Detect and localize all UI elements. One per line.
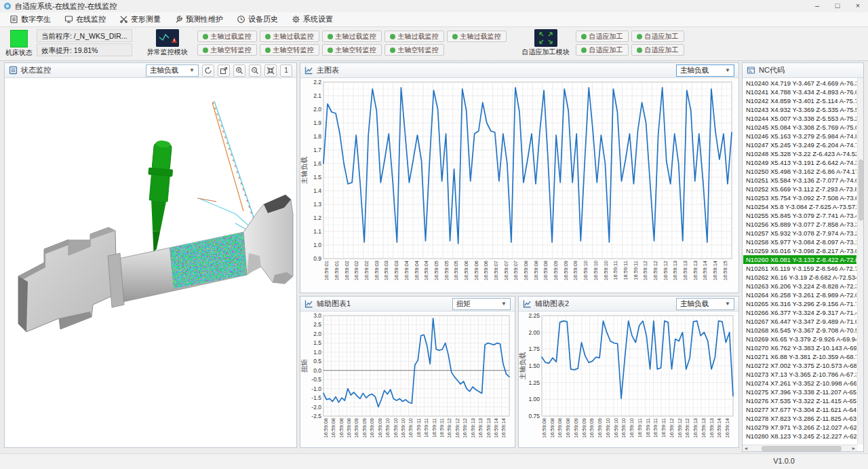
minimize-button[interactable]: – [807,0,827,12]
menu-online-monitoring[interactable]: 在线监控 [58,13,113,26]
idle-monitor-button[interactable]: 主轴空转监控 [260,44,319,56]
anomaly-module[interactable]: 异常监控模块 [143,29,192,57]
nc-code-line[interactable]: N10265 X6.316 Y-3.296 Z-9.156 A-71.771 [743,299,856,308]
nc-code-line[interactable]: N10254 X5.8 Y-3.084 Z-7.625 A-73.571 C [743,202,856,211]
pan-view-button[interactable] [218,64,230,77]
svg-text:16:59:10: 16:59:10 [583,261,589,280]
adaptive-machining-button[interactable]: 自适应加工 [576,44,629,56]
nc-code-list[interactable]: N10240 X4.719 Y-3.467 Z-4.669 A-76.396N1… [743,78,863,451]
nc-vertical-scrollbar[interactable] [857,78,863,445]
anomaly-module-label: 异常监控模块 [143,48,192,57]
nc-code-line[interactable]: N10280 X8.123 Y-3.245 Z-12.227 A-62.23 [743,432,856,440]
nc-code-line[interactable]: N10242 X4.859 Y-3.401 Z-5.114 A-75.775 [743,96,856,105]
maximize-button[interactable]: □ [827,0,848,12]
nc-code-line[interactable]: N10240 X4.719 Y-3.467 Z-4.669 A-76.396 [743,79,856,88]
nc-code-line[interactable]: N10274 X7.261 Y-3.352 Z-10.998 A-66.67 [743,379,856,388]
svg-text:1.7: 1.7 [313,147,321,153]
menu-deformation-measure[interactable]: 变形测量 [113,13,167,26]
idle-monitor-button[interactable]: 主轴空转监控 [197,44,257,56]
nc-horizontal-scrollbar[interactable]: ◄► [743,445,857,451]
nc-code-line[interactable]: N10268 X6.545 Y-3.367 Z-9.708 A-70.519 [743,326,856,335]
svg-text:16:59:11: 16:59:11 [652,418,658,438]
nc-code-line[interactable]: N10271 X6.88 Y-3.381 Z-10.359 A-68.711 [743,352,856,361]
nc-code-line[interactable]: N10255 X5.845 Y-3.079 Z-7.741 A-73.458 [743,211,856,220]
overload-monitor-button[interactable]: 主轴过载监控 [322,31,382,42]
scroll-thumb[interactable] [762,446,842,451]
overload-monitor-button[interactable]: 主轴过载监控 [260,31,319,42]
rotate-view-button[interactable] [202,64,214,77]
overload-monitor-button[interactable]: 主轴过载监控 [197,31,257,42]
nc-code-line[interactable]: N10241 X4.788 Y-3.434 Z-4.893 A-76.062 [743,88,856,96]
nc-code-line[interactable]: N10253 X5.754 Y-3.092 Z-7.508 A-73.677 [743,193,856,202]
nc-code-line[interactable]: N10256 X5.889 Y-3.077 Z-7.858 A-73.348 [743,220,856,229]
zoom-out-button[interactable] [249,64,261,77]
nc-code-line[interactable]: N10276 X7.535 Y-3.322 Z-11.415 A-65.22 [743,396,856,405]
adaptive-module[interactable]: 自适应加工模块 [521,29,570,57]
nc-code-line[interactable]: N10245 X5.084 Y-3.308 Z-5.769 A-75.088 [743,123,856,132]
scroll-thumb[interactable] [859,160,863,221]
fit-view-button[interactable] [264,64,277,77]
nc-code-line[interactable]: N10251 X5.584 Y-3.136 Z-7.077 A-74.012 [743,176,856,185]
close-button[interactable]: × [848,0,868,12]
main-chart-signal-select[interactable]: 主轴负载▼ [676,64,734,77]
anomaly-module-icon [156,29,179,47]
svg-text:16:59:10: 16:59:10 [629,418,635,438]
adaptive-machining-button[interactable]: 自适应加工 [631,31,684,42]
nc-code-line[interactable]: N10269 X6.65 Y-3.379 Z-9.926 A-69.947 C [743,335,856,343]
nc-code-line[interactable]: N10277 X7.677 Y-3.304 Z-11.621 A-64.48 [743,405,856,414]
nc-code-line[interactable]: N10258 X5.977 Y-3.084 Z-8.097 A-73.138 [743,238,856,246]
scroll-left-arrow[interactable]: ◄ [743,446,749,451]
aux-chart1-signal-select[interactable]: 扭矩▼ [452,298,511,310]
svg-text:16:59:11: 16:59:11 [612,261,618,280]
nc-code-line[interactable]: N10246 X5.163 Y-3.279 Z-5.984 A-74.892 [743,132,856,140]
adaptive-machining-button[interactable]: 自适应加工 [576,31,629,42]
menu-predictive-maintenance[interactable]: 预测性维护 [167,13,230,26]
nc-code-line[interactable]: N10279 X7.971 Y-3.266 Z-12.027 A-62.98 [743,423,856,432]
nc-code-line[interactable]: N10262 X6.16 Y-3.19 Z-8.682 A-72.534 C [743,273,856,282]
status-dot-icon [581,34,587,39]
nc-code-line[interactable]: N10250 X5.498 Y-3.162 Z-6.86 A-74.178 C [743,167,856,176]
svg-text:16:59:13: 16:59:13 [672,261,678,280]
status-signal-select[interactable]: 主轴负载▼ [146,64,199,77]
nc-code-line[interactable]: N10247 X5.245 Y-3.249 Z-6.204 A-74.701 [743,140,856,149]
menu-system-settings[interactable]: 系统设置 [285,13,340,26]
nc-code-line[interactable]: N10257 X5.932 Y-3.078 Z-7.974 A-73.243 [743,229,856,238]
nc-code-line[interactable]: N10272 X7.002 Y-3.375 Z-10.573 A-68.05 [743,361,856,370]
nc-code-line[interactable]: N10273 X7.13 Y-3.365 Z-10.786 A-67.372 [743,370,856,379]
nc-code-line[interactable]: N10278 X7.823 Y-3.286 Z-11.825 A-63.73 [743,414,856,423]
nc-code-line[interactable]: N10249 X5.413 Y-3.191 Z-6.642 A-74.346 [743,158,856,167]
nc-code-line[interactable]: N10261 X6.119 Y-3.159 Z-8.546 A-72.701 [743,264,856,273]
svg-text:16:59:14: 16:59:14 [500,418,507,438]
idle-button-row: 主轴空转监控主轴空转监控主轴空转监控主轴空转监控 [197,44,507,56]
aux-chart2-signal-select[interactable]: 主轴负载▼ [676,298,734,310]
menu-digital-twin[interactable]: 数字孪生 [3,13,58,26]
nc-code-line[interactable]: N10244 X5.007 Y-3.338 Z-5.553 A-75.297 [743,114,856,123]
svg-text:16:59:13: 16:59:13 [682,261,688,280]
overload-monitor-button[interactable]: 主轴过载监控 [447,31,507,42]
svg-text:16:59:09: 16:59:09 [553,261,559,280]
nc-code-line[interactable]: N10263 X6.206 Y-3.224 Z-8.828 A-72.33 C [743,282,856,290]
nc-code-line[interactable]: N10266 X6.377 Y-3.324 Z-9.317 A-71.443 [743,308,856,317]
nc-code-line[interactable]: N10252 X5.669 Y-3.112 Z-7.293 A-73.844 [743,185,856,193]
zoom-level-indicator[interactable]: 1 [280,64,292,77]
svg-text:16:59:12: 16:59:12 [684,418,690,438]
nc-code-line[interactable]: N10267 X6.447 Y-3.347 Z-9.489 A-71.055 [743,317,856,326]
svg-text:16:59:10: 16:59:10 [593,261,599,280]
nc-code-line[interactable]: N10260 X6.081 Y-3.133 Z-8.422 A-72.835 [743,255,856,264]
adaptive-machining-button[interactable]: 自适应加工 [631,44,684,56]
overload-monitor-button[interactable]: 主轴过载监控 [384,31,444,42]
svg-text:16:59:10: 16:59:10 [620,418,627,438]
nc-code-line[interactable]: N10248 X5.328 Y-3.22 Z-6.423 A-74.52 C [743,149,856,158]
zoom-in-button[interactable] [233,64,245,77]
scroll-right-arrow[interactable]: ► [850,446,857,451]
idle-monitor-button[interactable]: 主轴空转监控 [384,44,444,56]
nc-code-line[interactable]: N10243 X4.932 Y-3.369 Z-5.335 A-75.523 [743,105,856,114]
viewport-3d[interactable] [5,78,296,447]
nc-code-line[interactable]: N10264 X6.258 Y-3.261 Z-8.989 A-72.072 [743,290,856,299]
nc-code-line[interactable]: N10275 X7.396 Y-3.338 Z-11.207 A-65.95 [743,388,856,396]
nc-code-line[interactable]: N10259 X6.016 Y-3.098 Z-8.217 A-73.036 [743,246,856,255]
idle-monitor-button[interactable]: 主轴空转监控 [322,44,382,56]
nc-code-line[interactable]: N10270 X6.762 Y-3.383 Z-10.143 A-69.34 [743,343,856,352]
menu-device-history[interactable]: 设备历史 [230,13,285,26]
svg-text:1.1: 1.1 [313,228,321,235]
